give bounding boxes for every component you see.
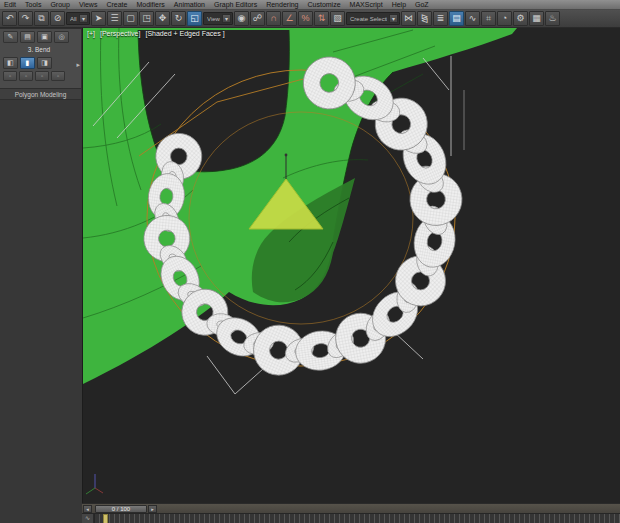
menu-item[interactable]: Animation <box>174 0 205 9</box>
menu-item[interactable]: Help <box>392 0 406 9</box>
chevron-down-icon: ▾ <box>389 14 398 23</box>
select-and-rotate-icon[interactable]: ↻ <box>171 11 186 26</box>
current-frame-marker[interactable] <box>103 514 108 523</box>
viewport-canvas[interactable] <box>83 28 620 503</box>
reference-coordinate-dropdown[interactable]: View ▾ <box>203 12 233 25</box>
selection-filter-value: All <box>70 16 77 22</box>
track-bar[interactable]: ∿ <box>82 513 620 523</box>
snaps-toggle-icon[interactable]: ∩ <box>266 11 281 26</box>
percent-snap-icon[interactable]: % <box>298 11 313 26</box>
edge-subobject-icon[interactable]: ▫ <box>19 71 33 81</box>
named-selection-sets-dropdown[interactable]: Create Selection Se ▾ <box>346 12 400 25</box>
chevron-down-icon: ▾ <box>79 14 88 23</box>
menu-item[interactable]: Create <box>106 0 127 9</box>
redo-icon[interactable]: ↷ <box>18 11 33 26</box>
window-crossing-icon[interactable]: ◳ <box>139 11 154 26</box>
menu-item[interactable]: Tools <box>25 0 41 9</box>
panel-title[interactable]: Polygon Modeling <box>0 88 81 99</box>
perspective-viewport[interactable]: [+] [Perspective] [Shaded + Edged Faces … <box>82 28 620 503</box>
menu-item[interactable]: Graph Editors <box>214 0 257 9</box>
menu-item[interactable]: Edit <box>4 0 16 9</box>
selection-set-value: Create Selection Se <box>350 16 387 22</box>
schematic-view-icon[interactable]: ⌗ <box>481 11 496 26</box>
select-and-scale-icon[interactable]: ◱ <box>187 11 202 26</box>
next-frame-button[interactable]: ▸ <box>148 505 157 513</box>
menu-item[interactable]: Views <box>79 0 98 9</box>
panel-expand-arrow-icon[interactable]: ▸ <box>76 61 80 69</box>
spinner-snap-icon[interactable]: ⇅ <box>314 11 329 26</box>
select-object-icon[interactable]: ➤ <box>91 11 106 26</box>
menu-item[interactable]: MAXScript <box>350 0 383 9</box>
previous-modifier-icon[interactable]: ◧ <box>3 57 18 69</box>
angle-snap-icon[interactable]: ∠ <box>282 11 297 26</box>
menu-item[interactable]: Modifiers <box>136 0 164 9</box>
menu-item[interactable]: GoZ <box>415 0 429 9</box>
modifier-stack-entry[interactable]: 3. Bend <box>3 45 75 55</box>
track-bar-ticks[interactable] <box>94 514 620 523</box>
menu-item[interactable]: Customize <box>307 0 340 9</box>
next-modifier-icon[interactable]: ◨ <box>37 57 52 69</box>
time-slider-handle[interactable]: 0 / 100 <box>95 505 147 513</box>
show-end-result-icon[interactable]: ◎ <box>54 31 69 43</box>
menu-bar: EditToolsGroupViewsCreateModifiersAnimat… <box>0 0 620 10</box>
select-and-move-icon[interactable]: ✥ <box>155 11 170 26</box>
menu-item[interactable]: Group <box>50 0 69 9</box>
mirror-icon[interactable]: ⋈ <box>401 11 416 26</box>
left-empty-area <box>0 100 82 523</box>
viewport-shading-menu[interactable]: [Shaded + Edged Faces ] <box>145 30 224 37</box>
modifier-stack-icon[interactable]: ▤ <box>20 31 35 43</box>
material-editor-icon[interactable]: ◔ <box>497 11 512 26</box>
edit-named-selection-sets-icon[interactable]: ▧ <box>330 11 345 26</box>
render-production-icon[interactable]: ♨ <box>545 11 560 26</box>
3ds-max-window: EditToolsGroupViewsCreateModifiersAnimat… <box>0 0 620 523</box>
selection-filter-dropdown[interactable]: All ▾ <box>66 12 90 25</box>
chevron-down-icon: ▾ <box>222 14 231 23</box>
pin-stack-icon[interactable]: ▮ <box>20 57 35 69</box>
main-toolbar: ↶↷⧉⊘ All ▾ ➤☰▢◳✥↻◱ View ▾ ◉☍∩∠%⇅▧ Create… <box>0 10 620 28</box>
align-icon[interactable]: ⧎ <box>417 11 432 26</box>
edit-poly-mode-icon[interactable]: ✎ <box>3 31 18 43</box>
select-and-link-icon[interactable]: ⧉ <box>34 11 49 26</box>
viewport-pov-menu[interactable]: [Perspective] <box>100 30 140 37</box>
select-by-name-icon[interactable]: ☰ <box>107 11 122 26</box>
mini-curve-editor-button[interactable]: ∿ <box>82 514 94 523</box>
rectangular-selection-region-icon[interactable]: ▢ <box>123 11 138 26</box>
menu-item[interactable]: Rendering <box>266 0 298 9</box>
coord-system-value: View <box>207 16 220 22</box>
previous-frame-button[interactable]: ◂ <box>83 505 92 513</box>
polygon-modeling-panel: ✎▤▣◎ 3. Bend ◧▮◨ ▫▫▫▫ Polygon Modeling ▸ <box>0 28 82 100</box>
viewport-general-menu[interactable]: [+] <box>87 30 95 37</box>
layer-manager-icon[interactable]: ≣ <box>433 11 448 26</box>
freeze-stack-icon[interactable]: ▣ <box>37 31 52 43</box>
rendered-frame-window-icon[interactable]: ▦ <box>529 11 544 26</box>
curve-editor-icon[interactable]: ∿ <box>465 11 480 26</box>
undo-icon[interactable]: ↶ <box>2 11 17 26</box>
border-subobject-icon[interactable]: ▫ <box>35 71 49 81</box>
select-and-manipulate-icon[interactable]: ☍ <box>250 11 265 26</box>
time-slider-bar: ◂ 0 / 100 ▸ <box>82 503 620 513</box>
unlink-selection-icon[interactable]: ⊘ <box>50 11 65 26</box>
polygon-subobject-icon[interactable]: ▫ <box>51 71 65 81</box>
vertex-subobject-icon[interactable]: ▫ <box>3 71 17 81</box>
render-setup-icon[interactable]: ⚙ <box>513 11 528 26</box>
use-pivot-point-icon[interactable]: ◉ <box>234 11 249 26</box>
left-panel-column: ✎▤▣◎ 3. Bend ◧▮◨ ▫▫▫▫ Polygon Modeling ▸ <box>0 28 82 523</box>
graphite-ribbon-toggle-icon[interactable]: ▤ <box>449 11 464 26</box>
viewport-label: [+] [Perspective] [Shaded + Edged Faces … <box>87 30 225 37</box>
